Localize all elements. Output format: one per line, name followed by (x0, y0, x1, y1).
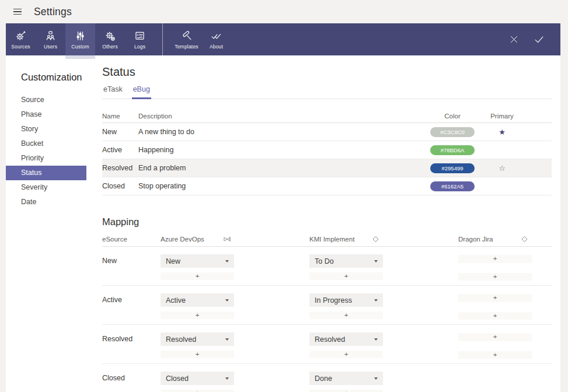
kmi-status-dropdown[interactable]: Resolved (309, 332, 383, 346)
mapping-row-active: Active Active + In Progress + + (102, 286, 552, 325)
add-mapping-button[interactable]: + (458, 333, 532, 341)
users-icon (44, 30, 57, 42)
add-mapping-button[interactable]: + (458, 273, 532, 281)
col-header-description: Description (138, 113, 423, 120)
toolbar-item-others[interactable]: Others (95, 23, 125, 55)
add-mapping-button[interactable]: + (309, 351, 383, 358)
sidebar-item-phase[interactable]: Phase (6, 107, 86, 122)
col-header-color: Color (423, 113, 482, 120)
tab-ebug[interactable]: eBug (132, 85, 151, 99)
topbar: Settings (0, 0, 568, 23)
status-name: Closed (102, 182, 138, 190)
status-row-new[interactable]: New A new thing to do #C3C8C0 ★ (102, 123, 552, 141)
kmi-status-dropdown[interactable]: Done (309, 372, 383, 385)
templates-icon (180, 30, 193, 42)
toolbar-item-templates[interactable]: Templates (172, 23, 201, 55)
add-mapping-button[interactable]: + (161, 351, 234, 358)
sidebar-item-priority[interactable]: Priority (6, 151, 86, 166)
diamond-icon (520, 235, 529, 244)
chevron-down-icon (225, 377, 229, 380)
chevron-down-icon (374, 260, 378, 262)
primary-star-outline[interactable]: ☆ (498, 164, 506, 173)
chevron-down-icon (374, 299, 378, 302)
toolbar: Sources Users Custom (6, 23, 560, 55)
status-table-header: Name Description Color Primary (102, 110, 552, 123)
status-section-title: Status (102, 65, 552, 79)
add-mapping-button[interactable]: + (309, 390, 383, 392)
kmi-status-dropdown[interactable]: To Do (309, 254, 383, 268)
toolbar-item-about[interactable]: About (201, 23, 231, 55)
content: Customization Source Phase Story Bucket … (6, 55, 560, 392)
mapping-row-resolved: Resolved Resolved + Resolved + (102, 325, 552, 364)
color-badge[interactable]: #295499 (430, 163, 475, 173)
col-header-kmi-implement: KMI Implement (309, 236, 354, 243)
tab-etask[interactable]: eTask (102, 85, 124, 99)
color-badge[interactable]: #78BD6A (430, 145, 475, 155)
sidebar-item-severity[interactable]: Severity (6, 180, 86, 195)
azure-status-dropdown[interactable]: Closed (161, 372, 234, 385)
col-header-dragon-jira: Dragon Jira (458, 236, 493, 243)
add-mapping-button[interactable]: + (161, 272, 234, 280)
azure-status-dropdown[interactable]: Active (161, 293, 234, 307)
azure-status-dropdown[interactable]: New (161, 254, 234, 268)
add-mapping-button[interactable]: + (161, 312, 234, 319)
col-header-esource: eSource (102, 236, 127, 243)
mapping-esource-label: Active (102, 293, 161, 304)
status-table: Name Description Color Primary New A new… (102, 110, 552, 195)
col-header-name: Name (102, 113, 138, 120)
add-mapping-button[interactable]: + (309, 272, 383, 280)
mapping-esource-label: Resolved (102, 332, 161, 343)
customization-sidebar: Customization Source Phase Story Bucket … (6, 55, 93, 392)
sidebar-item-story[interactable]: Story (6, 122, 86, 136)
sidebar-item-date[interactable]: Date (6, 195, 86, 209)
azure-devops-icon (222, 235, 231, 244)
others-icon (104, 30, 116, 42)
logs-icon: LOG (134, 30, 146, 42)
custom-icon (74, 30, 86, 42)
add-mapping-button[interactable]: + (161, 390, 234, 392)
status-description: A new thing to do (138, 128, 423, 136)
add-mapping-button[interactable]: + (458, 351, 532, 359)
toolbar-item-label: Others (102, 44, 118, 50)
toolbar-item-label: Sources (11, 44, 30, 50)
color-badge[interactable]: #C3C8C0 (430, 127, 475, 137)
settings-page: Settings Sources Users (0, 0, 568, 392)
status-description: Happening (138, 146, 423, 154)
status-row-active[interactable]: Active Happening #78BD6A (102, 141, 552, 159)
toolbar-divider (162, 23, 163, 55)
sources-icon (15, 30, 27, 42)
main-panel: Status eTask eBug Name Description Color… (93, 55, 560, 392)
toolbar-actions (509, 23, 560, 55)
mapping-table-header: eSource Azure DevOps KMI Implement Drago… (102, 232, 552, 247)
status-row-closed[interactable]: Closed Stop operating #6162A5 (102, 177, 552, 195)
status-row-resolved[interactable]: Resolved End a problem #295499 ☆ (102, 159, 552, 177)
add-mapping-button[interactable]: + (309, 312, 383, 319)
add-mapping-button[interactable]: + (458, 294, 532, 302)
sidebar-item-bucket[interactable]: Bucket (6, 136, 86, 151)
confirm-icon[interactable] (534, 34, 545, 45)
primary-star-filled[interactable]: ★ (498, 128, 506, 136)
toolbar-item-label: About (210, 44, 223, 50)
kmi-status-dropdown[interactable]: In Progress (309, 293, 383, 307)
status-name: Active (102, 146, 138, 154)
sidebar-item-source[interactable]: Source (6, 93, 86, 107)
mapping-row-new: New New + To Do + + + (102, 247, 552, 286)
col-header-azure-devops: Azure DevOps (161, 236, 204, 243)
toolbar-item-label: Custom (71, 44, 89, 50)
toolbar-item-custom[interactable]: Custom (65, 23, 95, 55)
chevron-down-icon (225, 299, 229, 302)
chevron-down-icon (374, 338, 378, 341)
toolbar-item-logs[interactable]: LOG Logs (125, 23, 155, 55)
status-name: Resolved (102, 164, 138, 172)
toolbar-item-label: Users (44, 44, 57, 50)
sidebar-item-status[interactable]: Status (6, 166, 86, 180)
add-mapping-button[interactable]: + (458, 312, 532, 320)
close-icon[interactable] (509, 34, 519, 44)
chevron-down-icon (374, 377, 378, 380)
menu-icon[interactable] (13, 9, 22, 15)
toolbar-item-sources[interactable]: Sources (6, 23, 36, 55)
azure-status-dropdown[interactable]: Resolved (161, 332, 234, 346)
toolbar-item-users[interactable]: Users (36, 23, 65, 55)
color-badge[interactable]: #6162A5 (430, 181, 475, 191)
add-mapping-button[interactable]: + (458, 255, 532, 263)
